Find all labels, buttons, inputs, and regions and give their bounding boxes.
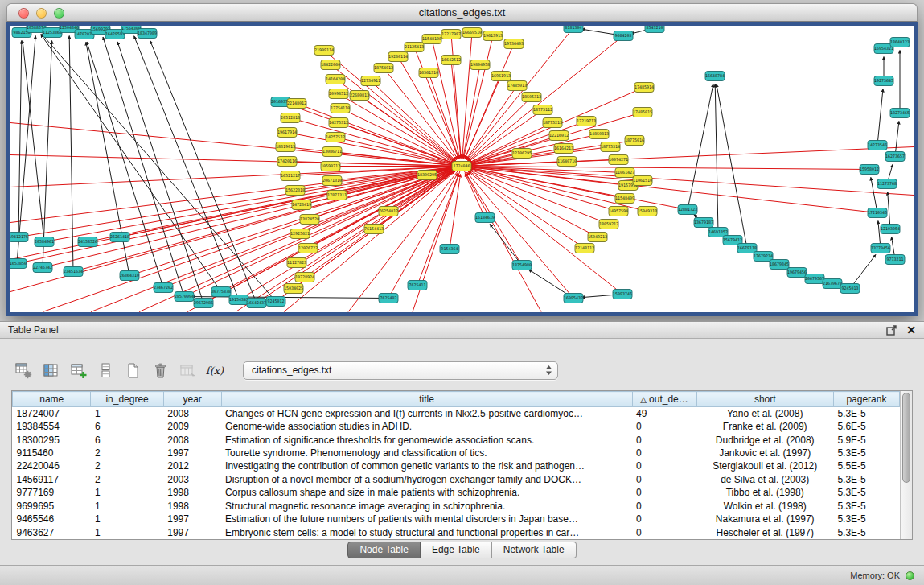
graph-node[interactable]: 15093745	[613, 290, 632, 299]
graph-node[interactable]: 12219713	[577, 117, 596, 126]
graph-node[interactable]: 9664203	[614, 31, 633, 41]
graph-node[interactable]: 23451634	[64, 267, 83, 277]
cell-title[interactable]: Genome-wide association studies in ADHD.	[221, 420, 632, 433]
graph-node[interactable]: 25261418	[110, 233, 129, 242]
cell-title[interactable]: Disruption of a novel member of a sodium…	[221, 473, 632, 486]
graph-node[interactable]: 14164204	[326, 75, 345, 84]
graph-node[interactable]: 12734911	[361, 76, 380, 86]
graph-node[interactable]: 22680813	[350, 91, 369, 101]
graph-node[interactable]: 18300295	[417, 171, 437, 180]
cell-name[interactable]: 18300295	[13, 433, 91, 446]
cell-out_degree[interactable]: 0	[632, 420, 696, 433]
graph-node[interactable]: 20512813	[281, 113, 300, 123]
table-row[interactable]: 1938455462009Genome-wide association stu…	[13, 420, 900, 433]
graph-node[interactable]: 10590712	[321, 162, 340, 171]
graph-node[interactable]: 22745742	[33, 263, 52, 273]
graph-node[interactable]: 15034025	[284, 284, 303, 294]
graph-node[interactable]: 13770456	[871, 244, 890, 253]
cell-title[interactable]: Estimation of the future numbers of pati…	[221, 513, 632, 525]
cell-out_degree[interactable]: 49	[632, 407, 696, 420]
graph-node[interactable]: 18273465	[890, 109, 910, 118]
cell-short[interactable]: Yano et al. (2008)	[696, 407, 833, 420]
cell-name[interactable]: 22420046	[13, 459, 91, 472]
cell-name[interactable]: 9115460	[13, 447, 91, 459]
graph-node[interactable]: 10074271	[609, 155, 628, 165]
cell-year[interactable]: 1998	[163, 486, 221, 499]
table-row[interactable]: 946362711997Embryonic stem cells: a mode…	[13, 525, 900, 539]
cell-title[interactable]: Corpus callosum shape and size in male p…	[221, 486, 632, 499]
graph-node[interactable]: 21653850	[10, 259, 27, 269]
graph-node[interactable]: 17485914	[634, 83, 654, 93]
cell-name[interactable]: 19384554	[13, 420, 91, 433]
table-row[interactable]: 2242004622012Investigating the contribut…	[13, 459, 900, 472]
graph-node[interactable]: 19412175	[10, 233, 28, 242]
graph-node[interactable]: 9245013	[840, 284, 860, 294]
graph-node[interactable]: 7625411	[408, 281, 427, 290]
graph-node[interactable]: 17420116	[277, 157, 297, 167]
table-row[interactable]: 1830029562008Estimation of significance …	[13, 433, 900, 446]
graph-node[interactable]: 21679678	[823, 279, 842, 289]
cell-title[interactable]: Changes of HCN gene expression and I(f) …	[221, 407, 632, 420]
table-scrollbar-thumb[interactable]	[902, 393, 910, 483]
graph-node[interactable]: 14275312	[329, 118, 348, 128]
cell-out_degree[interactable]: 0	[632, 500, 696, 513]
show-columns-button[interactable]	[40, 360, 61, 381]
cell-title[interactable]: Investigating the contribution of common…	[221, 459, 632, 472]
cell-name[interactable]: 9463627	[13, 525, 91, 539]
cell-short[interactable]: Nakamura et al. (1997)	[696, 513, 833, 525]
graph-node[interactable]: 17485013	[507, 81, 527, 91]
cell-short[interactable]: Tibbo et al. (1998)	[696, 486, 833, 499]
graph-node[interactable]: 9154364	[440, 245, 459, 254]
cell-name[interactable]: 14569117	[13, 473, 91, 486]
graph-node[interactable]: 16961913	[491, 72, 511, 81]
table-row[interactable]: 911546021997Tourette syndrome. Phenomeno…	[13, 447, 900, 459]
graph-node[interactable]: 13824520	[300, 215, 319, 225]
graph-node[interactable]: 8543210	[645, 26, 664, 33]
graph-node[interactable]: 16642512	[441, 56, 461, 65]
graph-node[interactable]: 18754012	[374, 64, 393, 73]
graph-node[interactable]: 15184619	[475, 213, 495, 223]
cell-title[interactable]: Embryonic stem cells: a model to study s…	[221, 525, 632, 539]
graph-node[interactable]: 13679187	[694, 218, 713, 228]
graph-node[interactable]: 24158526	[78, 237, 97, 247]
cell-year[interactable]: 2008	[163, 407, 221, 420]
graph-node[interactable]: 18505313	[522, 93, 541, 102]
graph-node[interactable]: 21909114	[314, 46, 334, 56]
cell-out_degree[interactable]: 0	[632, 525, 696, 539]
graph-node[interactable]: 29672986	[194, 299, 213, 308]
table-settings-button[interactable]	[13, 360, 34, 381]
cell-year[interactable]: 2012	[163, 459, 221, 472]
graph-node[interactable]: 12754110	[331, 104, 350, 113]
graph-node[interactable]: 18640123	[890, 38, 910, 47]
graph-node[interactable]: 76254012	[379, 207, 398, 216]
cell-out_degree[interactable]: 0	[632, 459, 696, 472]
minimize-window-button[interactable]	[36, 8, 47, 19]
column-header-name[interactable]: name	[13, 392, 91, 407]
close-panel-icon[interactable]: ✕	[906, 324, 916, 336]
graph-hub-node[interactable]: 1724046	[452, 162, 471, 171]
column-header-out-degree[interactable]: △out_de…	[632, 392, 696, 407]
graph-node[interactable]: 20671310	[322, 176, 342, 186]
graph-node[interactable]: 16561310	[419, 68, 438, 78]
graph-node[interactable]: 16095432	[564, 294, 583, 303]
graph-node[interactable]: 11273768	[877, 179, 897, 189]
panel-divider-handle[interactable]	[456, 315, 467, 321]
cell-pagerank[interactable]: 5.3E-5	[833, 447, 899, 459]
window-titlebar[interactable]: citations_edges.txt	[6, 3, 918, 22]
column-header-in-degree[interactable]: in_degree	[91, 392, 163, 407]
cell-year[interactable]: 1998	[163, 500, 221, 513]
column-header-short[interactable]: short	[696, 392, 833, 407]
graph-node[interactable]: 18775314	[601, 142, 620, 152]
cell-pagerank[interactable]: 5.9E-5	[833, 433, 899, 446]
graph-node[interactable]: 16521217	[281, 171, 300, 181]
cell-year[interactable]: 1997	[163, 525, 221, 539]
graph-node[interactable]: 30775878	[211, 287, 231, 297]
column-header-title[interactable]: title	[221, 392, 632, 407]
graph-node[interactable]: 19273645	[874, 76, 893, 86]
network-table-select[interactable]: citations_edges.txt	[243, 361, 558, 380]
cell-year[interactable]: 1997	[163, 447, 221, 459]
graph-node[interactable]: 14723419	[292, 200, 311, 210]
graph-node[interactable]: 13086711	[322, 147, 342, 157]
graph-node[interactable]: 14257512	[326, 133, 345, 142]
cell-year[interactable]: 2003	[163, 473, 221, 486]
